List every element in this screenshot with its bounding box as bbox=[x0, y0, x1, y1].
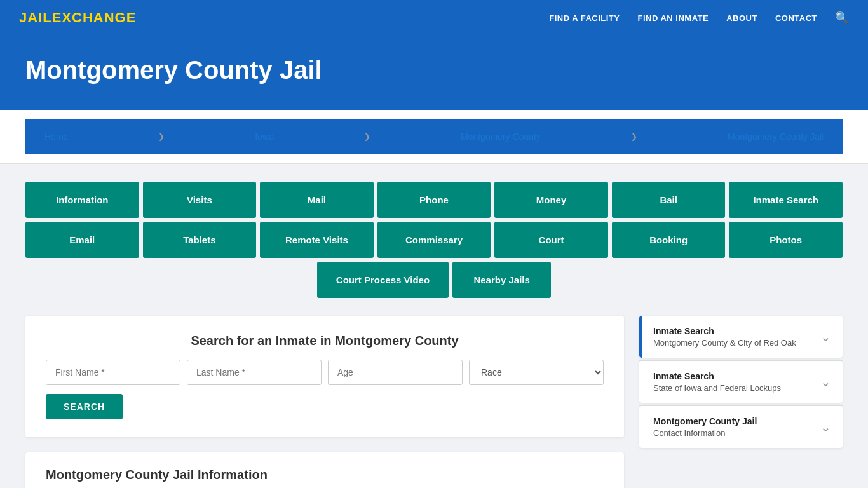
btn-remote-visits[interactable]: Remote Visits bbox=[260, 222, 374, 258]
button-grid-row2: Email Tablets Remote Visits Commissary C… bbox=[25, 222, 843, 258]
breadcrumb-home[interactable]: Home bbox=[44, 132, 68, 142]
nav-about[interactable]: ABOUT bbox=[726, 12, 757, 24]
sidebar: Inmate Search Montgomery County & City o… bbox=[639, 316, 843, 451]
nav-links: FIND A FACILITY FIND AN INMATE ABOUT CON… bbox=[549, 11, 849, 25]
page-title: Montgomery County Jail bbox=[25, 56, 843, 85]
sidebar-item-sublabel-1: State of Iowa and Federal Lockups bbox=[653, 383, 781, 393]
chevron-down-icon-0: ⌄ bbox=[820, 329, 831, 344]
first-name-input[interactable] bbox=[46, 360, 180, 385]
breadcrumb-iowa[interactable]: Iowa bbox=[255, 132, 274, 142]
breadcrumb-sep-2: ❯ bbox=[364, 132, 370, 141]
button-grid-row3: Court Process Video Nearby Jails bbox=[25, 262, 843, 298]
sidebar-item-label-2: Montgomery County Jail bbox=[653, 416, 757, 426]
sidebar-item-sublabel-0: Montgomery County & City of Red Oak bbox=[653, 338, 796, 348]
hero-section: Montgomery County Jail bbox=[0, 36, 868, 110]
info-section: Montgomery County Jail Information bbox=[25, 452, 624, 488]
breadcrumb: Home ❯ Iowa ❯ Montgomery County ❯ Montgo… bbox=[25, 119, 843, 154]
chevron-down-icon-2: ⌄ bbox=[820, 419, 831, 435]
btn-photos[interactable]: Photos bbox=[729, 222, 843, 258]
sidebar-item-text-2: Montgomery County Jail Contact Informati… bbox=[653, 416, 757, 438]
button-grid-row1: Information Visits Mail Phone Money Bail… bbox=[25, 182, 843, 218]
nav-search-icon[interactable]: 🔍 bbox=[835, 11, 849, 25]
btn-bail[interactable]: Bail bbox=[612, 182, 726, 218]
btn-money[interactable]: Money bbox=[494, 182, 608, 218]
sidebar-item-text-1: Inmate Search State of Iowa and Federal … bbox=[653, 371, 781, 393]
race-select[interactable]: Race White Black Hispanic Asian Other bbox=[469, 360, 604, 385]
search-fields: Race White Black Hispanic Asian Other bbox=[46, 360, 604, 385]
btn-booking[interactable]: Booking bbox=[612, 222, 726, 258]
btn-phone[interactable]: Phone bbox=[377, 182, 491, 218]
breadcrumb-sep-3: ❯ bbox=[631, 132, 637, 141]
btn-inmate-search[interactable]: Inmate Search bbox=[729, 182, 843, 218]
sidebar-item-2[interactable]: Montgomery County Jail Contact Informati… bbox=[639, 406, 843, 448]
main-content: Information Visits Mail Phone Money Bail… bbox=[0, 164, 868, 488]
btn-tablets[interactable]: Tablets bbox=[143, 222, 257, 258]
nav-contact[interactable]: CONTACT bbox=[775, 12, 817, 24]
search-card: Search for an Inmate in Montgomery Count… bbox=[25, 316, 624, 437]
sidebar-item-label-0: Inmate Search bbox=[653, 326, 796, 336]
breadcrumb-bar: Home ❯ Iowa ❯ Montgomery County ❯ Montgo… bbox=[0, 110, 868, 164]
chevron-down-icon-1: ⌄ bbox=[820, 374, 831, 390]
btn-nearby-jails[interactable]: Nearby Jails bbox=[452, 262, 551, 298]
sidebar-item-sublabel-2: Contact Information bbox=[653, 428, 757, 438]
two-col-layout: Search for an Inmate in Montgomery Count… bbox=[25, 316, 843, 488]
sidebar-item-0[interactable]: Inmate Search Montgomery County & City o… bbox=[639, 316, 843, 358]
sidebar-item-label-1: Inmate Search bbox=[653, 371, 781, 381]
btn-court-process-video[interactable]: Court Process Video bbox=[317, 262, 449, 298]
breadcrumb-sep-1: ❯ bbox=[158, 132, 165, 141]
age-input[interactable] bbox=[328, 360, 463, 385]
nav-find-facility[interactable]: FIND A FACILITY bbox=[549, 12, 620, 24]
btn-visits[interactable]: Visits bbox=[143, 182, 257, 218]
sidebar-item-header-0[interactable]: Inmate Search Montgomery County & City o… bbox=[639, 316, 843, 358]
info-title: Montgomery County Jail Information bbox=[46, 468, 604, 482]
btn-commissary[interactable]: Commissary bbox=[377, 222, 491, 258]
left-column: Search for an Inmate in Montgomery Count… bbox=[25, 316, 624, 488]
last-name-input[interactable] bbox=[187, 360, 322, 385]
breadcrumb-jail[interactable]: Montgomery County Jail bbox=[728, 132, 824, 142]
btn-information[interactable]: Information bbox=[25, 182, 139, 218]
sidebar-item-header-1[interactable]: Inmate Search State of Iowa and Federal … bbox=[639, 361, 843, 403]
sidebar-item-text-0: Inmate Search Montgomery County & City o… bbox=[653, 326, 796, 348]
btn-court[interactable]: Court bbox=[494, 222, 608, 258]
logo-exchange: EXCHANGE bbox=[52, 10, 137, 25]
search-button[interactable]: SEARCH bbox=[46, 394, 123, 419]
navbar: JAILEXCHANGE FIND A FACILITY FIND AN INM… bbox=[0, 0, 868, 36]
search-title: Search for an Inmate in Montgomery Count… bbox=[46, 334, 604, 348]
btn-email[interactable]: Email bbox=[25, 222, 139, 258]
breadcrumb-montgomery-county[interactable]: Montgomery County bbox=[461, 132, 541, 142]
nav-find-inmate[interactable]: FIND AN INMATE bbox=[637, 12, 709, 24]
sidebar-item-header-2[interactable]: Montgomery County Jail Contact Informati… bbox=[639, 406, 843, 448]
sidebar-item-1[interactable]: Inmate Search State of Iowa and Federal … bbox=[639, 361, 843, 403]
logo-jail: JAIL bbox=[19, 10, 52, 25]
site-logo[interactable]: JAILEXCHANGE bbox=[19, 10, 136, 26]
btn-mail[interactable]: Mail bbox=[260, 182, 374, 218]
